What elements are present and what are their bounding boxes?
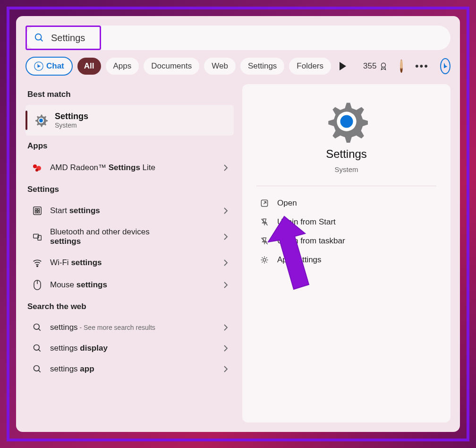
gear-icon	[325, 100, 368, 143]
action-label: Open	[277, 198, 297, 208]
svg-rect-9	[34, 207, 42, 215]
svg-point-0	[35, 34, 42, 40]
search-icon	[34, 33, 44, 43]
filter-chat-label: Chat	[46, 61, 64, 71]
svg-rect-11	[38, 208, 40, 210]
search-icon	[31, 323, 43, 332]
filter-folders[interactable]: Folders	[289, 58, 331, 75]
chevron-right-icon	[223, 324, 228, 331]
results-column: Best match Settings System Apps AMD Rade…	[26, 84, 234, 422]
svg-line-1	[41, 39, 43, 42]
web-row-app[interactable]: settings app	[26, 359, 234, 379]
filter-apps[interactable]: Apps	[106, 58, 139, 75]
rewards-points[interactable]: 355	[363, 61, 388, 71]
gear-icon	[34, 113, 48, 128]
preview-card: Settings System Open Unpin from Start Un…	[242, 84, 450, 422]
web-row-label: settings - See more search results	[50, 323, 155, 332]
action-label: App settings	[277, 255, 322, 265]
svg-point-32	[263, 258, 266, 261]
settings-row-bluetooth[interactable]: Bluetooth and other devices settings	[26, 222, 234, 252]
web-row-settings[interactable]: settings - See more search results	[26, 317, 234, 338]
web-row-label: settings app	[50, 364, 94, 374]
chevron-right-icon	[223, 345, 228, 352]
chevron-right-icon	[223, 233, 228, 241]
search-bar[interactable]	[26, 26, 450, 50]
app-row-amd[interactable]: AMD Radeon™ Settings Lite	[26, 156, 234, 179]
divider	[256, 186, 436, 186]
svg-rect-13	[38, 211, 40, 213]
action-open[interactable]: Open	[256, 194, 436, 213]
action-label: Unpin from taskbar	[277, 236, 345, 246]
settings-row-label: Mouse settings	[50, 280, 107, 290]
play-icon[interactable]	[340, 62, 346, 70]
svg-line-20	[39, 329, 41, 331]
devices-icon	[31, 232, 43, 242]
web-row-display[interactable]: settings display	[26, 338, 234, 359]
chevron-right-icon	[223, 259, 228, 267]
best-match-subtitle: System	[55, 121, 88, 129]
search-icon	[31, 364, 43, 374]
svg-rect-12	[35, 211, 37, 213]
filter-web[interactable]: Web	[204, 58, 236, 75]
unpin-icon	[259, 236, 270, 246]
app-row-label: AMD Radeon™ Settings Lite	[50, 163, 155, 172]
filter-row: Chat All Apps Documents Web Settings Fol…	[26, 57, 450, 76]
start-icon	[31, 206, 43, 216]
gear-icon	[259, 255, 270, 265]
svg-point-3	[382, 63, 386, 67]
svg-line-24	[39, 370, 41, 372]
section-web: Search the web	[26, 296, 234, 317]
svg-point-23	[34, 366, 40, 371]
filter-chat[interactable]: Chat	[26, 57, 73, 76]
settings-row-wifi[interactable]: Wi-Fi settings	[26, 252, 234, 274]
filter-all[interactable]: All	[77, 58, 101, 75]
section-settings: Settings	[26, 179, 234, 200]
section-best-match: Best match	[26, 84, 234, 105]
search-icon	[31, 344, 43, 353]
action-app-settings[interactable]: App settings	[256, 250, 436, 269]
svg-rect-10	[35, 208, 37, 210]
svg-point-16	[37, 266, 38, 267]
best-match-title: Settings	[55, 112, 88, 121]
web-row-label: settings display	[50, 344, 108, 353]
chevron-right-icon	[223, 365, 228, 373]
svg-point-6	[33, 164, 37, 168]
filter-documents[interactable]: Documents	[144, 58, 199, 75]
preview-title: Settings	[326, 147, 367, 161]
chevron-right-icon	[223, 164, 228, 172]
more-icon[interactable]: •••	[415, 60, 429, 72]
settings-row-label: Bluetooth and other devices settings	[50, 227, 182, 246]
svg-point-8	[35, 169, 38, 172]
svg-point-21	[34, 345, 40, 351]
action-unpin-taskbar[interactable]: Unpin from taskbar	[256, 232, 436, 250]
search-panel: Chat All Apps Documents Web Settings Fol…	[16, 16, 460, 432]
unpin-icon	[259, 217, 270, 227]
svg-point-5	[39, 119, 43, 122]
rewards-points-value: 355	[363, 61, 376, 71]
settings-row-label: Wi-Fi settings	[50, 258, 102, 267]
medal-icon	[379, 62, 388, 70]
action-unpin-start[interactable]: Unpin from Start	[256, 213, 436, 232]
chevron-right-icon	[223, 281, 228, 289]
preview-subtitle: System	[334, 165, 358, 173]
svg-point-26	[340, 115, 353, 128]
search-input[interactable]	[51, 33, 442, 43]
svg-point-19	[34, 324, 40, 330]
bing-chat-icon	[34, 61, 43, 71]
chevron-right-icon	[223, 207, 228, 215]
best-match-row[interactable]: Settings System	[26, 105, 234, 136]
user-avatar[interactable]	[400, 60, 402, 73]
svg-line-22	[39, 350, 41, 352]
filter-settings[interactable]: Settings	[240, 58, 284, 75]
mouse-icon	[31, 279, 43, 291]
action-label: Unpin from Start	[277, 217, 336, 227]
wifi-icon	[31, 258, 43, 268]
settings-row-start[interactable]: Start settings	[26, 200, 234, 222]
settings-row-mouse[interactable]: Mouse settings	[26, 274, 234, 296]
bing-icon	[441, 62, 450, 70]
amd-icon	[31, 162, 43, 173]
open-icon	[259, 198, 270, 208]
settings-row-label: Start settings	[50, 206, 100, 215]
section-apps: Apps	[26, 136, 234, 156]
bing-button[interactable]	[440, 58, 450, 74]
